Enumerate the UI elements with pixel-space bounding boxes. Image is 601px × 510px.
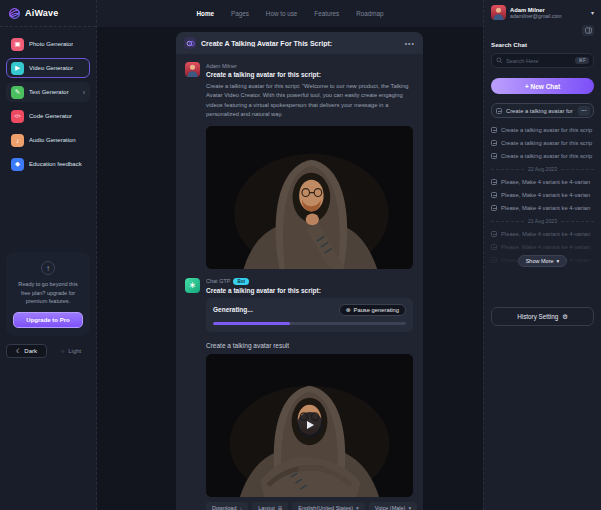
chat-history-label: Please, Make 4 variant ke 4-varian (501, 179, 594, 185)
language-select[interactable]: English(United States) ▾ (292, 502, 365, 510)
chat-icon (491, 244, 497, 250)
sidebar-item-photo-generator[interactable]: ▣ Photo Generator (6, 34, 90, 54)
sidebar-item-code-generator[interactable]: </> Code Generator (6, 106, 90, 126)
sidebar-item-label: Education feedback (29, 161, 82, 167)
chat-icon (491, 231, 497, 237)
sidebar-item-label: Code Generator (29, 113, 72, 119)
chat-history-label: Please, Make 4 variant ke 4-varian (501, 244, 594, 250)
chat-history-item[interactable]: Please, Make 4 variant ke 4-varian (491, 201, 594, 214)
search-input[interactable] (506, 58, 572, 64)
search-icon (496, 57, 503, 64)
top-navigation: Home Pages How to use Features Roadmap (97, 0, 483, 27)
sidebar-item-label: Video Generator (29, 65, 73, 71)
text-icon: ✎ (11, 86, 24, 99)
pause-label: Pause generating (354, 307, 399, 313)
chat-history-label: Please, Make 4 variant ke 4-varian (501, 205, 594, 211)
chat-menu-icon[interactable]: ••• (405, 40, 415, 47)
date-divider: 21 Aug 2023 (491, 218, 594, 224)
download-button[interactable]: Download ↓ (206, 502, 248, 510)
dark-mode-button[interactable]: ☾ Dark (6, 344, 47, 358)
chat-history-label: Create a talking avatar for this scrip (501, 127, 594, 133)
chevron-down-icon: ▾ (408, 505, 411, 510)
new-chat-button[interactable]: + New Chat (491, 78, 594, 94)
bot-message-body: Chat GTP Bot Create a talking avatar for… (206, 278, 413, 510)
sidebar-item-text-generator[interactable]: ✎ Text Generator › (6, 82, 90, 102)
chat-icon (491, 153, 497, 159)
action-label: Download (212, 505, 236, 510)
nav-home[interactable]: Home (196, 10, 214, 17)
result-label: Create a talking avatar result (206, 342, 413, 349)
education-icon: ◆ (11, 158, 24, 171)
theme-toggle: ☾ Dark ☼ Light (6, 344, 90, 358)
chat-item-menu-icon[interactable]: ••• (578, 106, 590, 116)
chat-history-item[interactable]: Please, Make 4 variant ke 4-varian (491, 175, 594, 188)
message-text: Create a talking avatar for this script:… (206, 82, 413, 120)
chevron-down-icon: ▾ (356, 505, 359, 510)
code-icon: </> (11, 110, 24, 123)
nav-how-to-use[interactable]: How to use (266, 10, 298, 17)
chat-history-item[interactable]: Please, Make 4 variant ke 4-varian (491, 240, 594, 253)
left-sidebar: AiWave ▣ Photo Generator ▶ Video Generat… (0, 0, 97, 510)
chat-history-item[interactable]: Create a talking avatar for this scrip (491, 149, 594, 162)
sidebar-item-label: Text Generator (29, 89, 69, 95)
collapse-sidebar-icon[interactable] (582, 25, 594, 36)
active-chat-item[interactable]: Create a talking avatar for this scrip •… (491, 103, 594, 118)
chat-history-item[interactable]: Please, Make 4 variant ke 4-varian (491, 227, 594, 240)
action-label: Layout (258, 505, 275, 510)
chevron-down-icon: ▾ (591, 9, 594, 16)
chat-area: Create A Talking Avatar For This Script:… (97, 27, 483, 510)
nav-roadmap[interactable]: Roadmap (356, 10, 383, 17)
chat-history-label: Create a talking avatar for this scrip (501, 140, 594, 146)
sidebar-item-video-generator[interactable]: ▶ Video Generator (6, 58, 90, 78)
search-chat-title: Search Chat (491, 41, 594, 48)
chat-history-item[interactable]: Please, Make 4 variant ke 4-varian (491, 188, 594, 201)
sun-icon: ☼ (60, 348, 66, 354)
chat-messages: Adam Milner Create a talking avatar for … (176, 54, 423, 510)
chat-history-item[interactable]: Create a talking avatar for this scrip (491, 136, 594, 149)
avatar-result-video (206, 354, 413, 497)
main-column: Home Pages How to use Features Roadmap C… (97, 0, 483, 510)
play-button[interactable] (297, 412, 323, 438)
show-more-button[interactable]: Show More ▾ (518, 255, 568, 267)
generating-card: Generating... ⊗ Pause generating (206, 298, 413, 332)
generation-progress-fill (213, 322, 290, 325)
nav-pages[interactable]: Pages (231, 10, 249, 17)
search-box: ⌘F (491, 53, 594, 68)
upgrade-to-pro-button[interactable]: Upgrade to Pro (13, 312, 83, 328)
chat-icon (491, 127, 497, 133)
brand-header[interactable]: AiWave (0, 0, 96, 27)
chat-history-label: Create a talking avatar for this scrip (501, 153, 594, 159)
avatar-source-image (206, 126, 413, 269)
chat-icon (491, 179, 497, 185)
audio-icon: ♪ (11, 134, 24, 147)
layout-button[interactable]: Layout ⊞ (252, 502, 288, 510)
light-mode-button[interactable]: ☼ Light (51, 344, 90, 358)
collapse-row (491, 25, 594, 36)
nav-features[interactable]: Features (314, 10, 339, 17)
chat-icon (491, 205, 497, 211)
sidebar-item-label: Audio Generation (29, 137, 76, 143)
chat-topic-icon (184, 37, 196, 49)
user-profile[interactable]: Adam Milner adamilner@gmail.com ▾ (491, 5, 594, 20)
moon-icon: ☾ (16, 347, 21, 354)
sidebar-item-label: Photo Generator (29, 41, 73, 47)
chat-history-label: Please, Make 4 variant ke 4-varian (501, 231, 594, 237)
upgrade-text: Ready to go beyond this free plan? upgra… (13, 280, 83, 306)
generation-progress-bar (213, 322, 406, 325)
chat-icon (491, 192, 497, 198)
date-divider: 22 Aug 2023 (491, 166, 594, 172)
voice-select[interactable]: Voice (Male) ▾ (369, 502, 417, 510)
chevron-right-icon: › (83, 89, 85, 96)
history-setting-button[interactable]: History Setting ⚙ (491, 307, 594, 326)
profile-email: adamilner@gmail.com (510, 13, 562, 19)
pause-generating-button[interactable]: ⊗ Pause generating (339, 304, 406, 316)
brand-name: AiWave (25, 8, 58, 18)
bot-name: Chat GTP (206, 278, 230, 284)
chat-history-item[interactable]: Create a talking avatar for this scrip (491, 123, 594, 136)
bot-message-title: Create a talking avatar for this script: (206, 287, 413, 294)
chat-icon (491, 257, 497, 263)
gear-icon: ⚙ (562, 313, 568, 320)
sidebar-item-audio-generation[interactable]: ♪ Audio Generation (6, 130, 90, 150)
stop-icon: ⊗ (346, 307, 351, 313)
sidebar-item-education-feedback[interactable]: ◆ Education feedback (6, 154, 90, 174)
